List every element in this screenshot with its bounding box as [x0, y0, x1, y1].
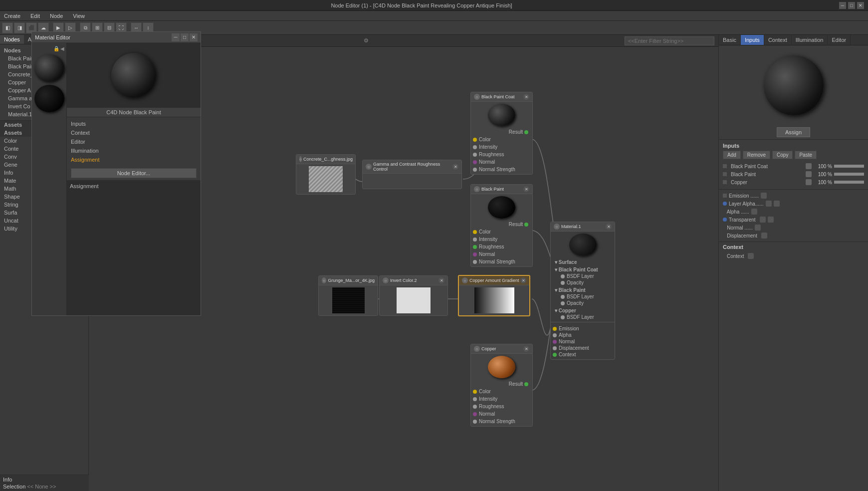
node-invert-thumb: [397, 287, 431, 313]
node-copper-mat-toggle[interactable]: ○: [474, 346, 480, 352]
mat-thumb-2[interactable]: [34, 85, 64, 112]
maximize-button[interactable]: □: [848, 2, 855, 9]
node-black-paint-header: ○ Black Paint ✕: [471, 185, 532, 194]
node-copper-color: Color: [471, 388, 532, 395]
node-bp-result: Result: [471, 221, 532, 228]
add-input-button[interactable]: Add: [723, 151, 741, 159]
mat-sidebar-items: [32, 52, 66, 114]
mat-editor-close[interactable]: ✕: [190, 33, 198, 41]
node-bpc-normal: Normal: [471, 158, 532, 166]
node-black-paint-close[interactable]: ✕: [523, 186, 529, 192]
node-copper-mat-close[interactable]: ✕: [523, 346, 529, 352]
node-m1-bpc-bsdf: BSDF Layer: [551, 273, 615, 279]
mat-thumb-1[interactable]: [34, 54, 64, 82]
right-sphere-preview: [764, 55, 824, 115]
node-grunge-header: ○ Grunge_Ma...or_4K.jpg: [319, 276, 378, 285]
node-gamma-toggle[interactable]: ○: [366, 164, 372, 170]
node-copper-title: Copper Amount Gradient: [469, 278, 520, 283]
node-copper-normalstrength: Normal Strength: [471, 418, 532, 426]
mat-editor-minimize[interactable]: ─: [172, 33, 180, 41]
node-grunge-toggle[interactable]: ○: [322, 277, 326, 283]
node-gamma-body: [363, 174, 461, 189]
tab-editor[interactable]: Editor: [828, 35, 851, 45]
node-m1-normal: Normal: [551, 338, 615, 345]
menu-node[interactable]: Node: [48, 13, 65, 19]
input-row-bpc: Black Paint Coat 100 %: [723, 162, 864, 170]
right-panel: Basic Inputs Context Illumination Editor…: [718, 35, 868, 491]
title-bar-title: Node Editor (1) - [C4D Node Black Paint …: [4, 2, 839, 8]
menu-create[interactable]: Create: [2, 13, 22, 19]
mat-nav-editor[interactable]: Editor: [67, 137, 201, 146]
toolbar-btn-1[interactable]: ◧: [2, 22, 13, 33]
node-material1-header: ○ Material.1 ✕: [551, 222, 615, 232]
inputs-controls: Add Remove Copy Paste: [723, 151, 864, 159]
node-invert-close[interactable]: ✕: [438, 277, 444, 283]
node-gamma-header: ○ Gamma and Contrast Roughness Control ✕: [363, 160, 461, 174]
right-normal: Normal ......: [719, 224, 868, 232]
node-m1-emission: Emission: [551, 325, 615, 332]
menu-edit[interactable]: Edit: [28, 13, 42, 19]
mat-nav-context[interactable]: Context: [67, 128, 201, 137]
assign-button[interactable]: Assign: [777, 127, 810, 137]
sidebar-arrow-icon: ◀: [60, 46, 64, 51]
menu-view[interactable]: View: [71, 13, 87, 19]
mat-nav-assignment[interactable]: Assignment: [67, 155, 201, 164]
right-emission: Emission ......: [719, 192, 868, 200]
right-displacement: Displacement: [719, 232, 868, 240]
node-material1-toggle[interactable]: ○: [554, 224, 560, 230]
node-copper-toggle[interactable]: ○: [462, 277, 468, 283]
node-bpc-result: Result: [471, 128, 532, 136]
node-black-paint-coat-toggle[interactable]: ○: [474, 94, 480, 100]
node-black-paint-coat-preview: [488, 104, 515, 126]
node-black-paint-title: Black Paint: [481, 187, 523, 192]
node-invert-color: ○ Invert Color.2 ✕: [379, 275, 448, 316]
node-concrete-toggle[interactable]: ○: [299, 156, 302, 162]
info-label: Info: [3, 477, 86, 483]
assignment-label: Assignment: [70, 183, 198, 189]
node-grunge-title: Grunge_Ma...or_4K.jpg: [328, 278, 375, 283]
minimize-button[interactable]: ─: [839, 2, 846, 9]
node-copper-gradient: ○ Copper Amount Gradient ✕: [458, 275, 530, 316]
node-copper-mat-title: Copper: [481, 346, 523, 351]
node-copper-close[interactable]: ✕: [520, 277, 526, 283]
paste-input-button[interactable]: Paste: [795, 151, 817, 159]
filter-input[interactable]: [625, 36, 714, 45]
mat-nav-inputs[interactable]: Inputs: [67, 119, 201, 128]
node-black-paint-coat-header: ○ Black Paint Coat ✕: [471, 92, 532, 102]
node-m1-bp-bsdf: BSDF Layer: [551, 293, 615, 300]
node-material1-close[interactable]: ✕: [606, 224, 612, 230]
mat-editor-body: 🔒 ◀ C4D Node Black Paint Inputs Context …: [32, 43, 201, 315]
input-row-copper: Copper 100 %: [723, 178, 864, 186]
node-material1-preview: [569, 234, 597, 256]
node-m1-copper-bsdf: BSDF Layer: [551, 314, 615, 320]
right-context: Context: [723, 252, 864, 260]
tab-basic[interactable]: Basic: [719, 35, 741, 45]
node-black-paint-toggle[interactable]: ○: [474, 186, 480, 192]
copy-input-button[interactable]: Copy: [772, 151, 793, 159]
node-gamma-title: Gamma and Contrast Roughness Control: [373, 162, 452, 172]
node-m1-alpha: Alpha: [551, 332, 615, 338]
right-panel-tabs: Basic Inputs Context Illumination Editor: [719, 35, 868, 45]
node-black-paint-coat-close[interactable]: ✕: [523, 94, 529, 100]
mat-node-editor-button[interactable]: Node Editor...: [71, 168, 197, 178]
mat-nav-illumination[interactable]: Illumination: [67, 146, 201, 155]
right-layer-alpha: Layer Alpha......: [719, 200, 868, 208]
toolbar-btn-2[interactable]: ◨: [14, 22, 25, 33]
mat-editor-sidebar: 🔒 ◀: [32, 43, 67, 315]
tab-nodes[interactable]: Nodes: [0, 35, 24, 44]
right-preview-area: [719, 45, 868, 125]
node-gamma-close[interactable]: ✕: [452, 164, 458, 170]
mat-editor-maximize[interactable]: □: [181, 33, 189, 41]
mat-editor-title: Material Editor: [35, 34, 171, 40]
mat-preview-area: [67, 43, 201, 108]
tab-inputs[interactable]: Inputs: [741, 35, 764, 45]
right-alpha: Alpha ......: [719, 208, 868, 216]
tab-illumination[interactable]: Illumination: [792, 35, 828, 45]
close-button[interactable]: ✕: [857, 2, 864, 9]
node-invert-toggle[interactable]: ○: [383, 277, 389, 283]
remove-input-button[interactable]: Remove: [743, 151, 770, 159]
node-invert-header: ○ Invert Color.2 ✕: [380, 276, 447, 285]
mat-name-bar: C4D Node Black Paint: [67, 108, 201, 117]
node-bp-intensity: Intensity: [471, 236, 532, 243]
tab-context[interactable]: Context: [764, 35, 792, 45]
